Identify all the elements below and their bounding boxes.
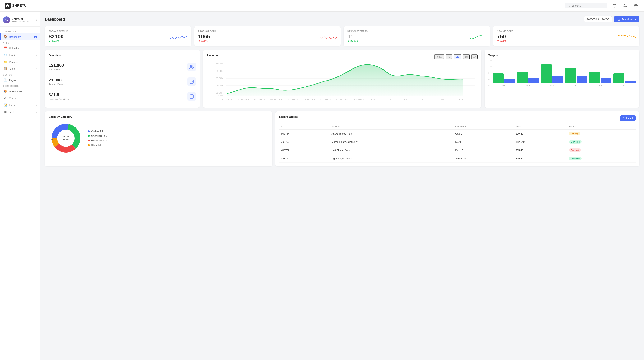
- svg-point-3: [636, 5, 636, 6]
- stat-revenue-bottom: $2100 ▲ 10.21%: [49, 34, 188, 42]
- ui-elements-icon: 🎨: [4, 90, 7, 93]
- globe-icon-btn[interactable]: [611, 2, 618, 9]
- bar-pair-jun: [613, 74, 636, 83]
- home-icon: 🏠: [4, 35, 7, 38]
- overview-visitors-label: Total Visitors: [49, 68, 64, 71]
- nav-section-label: NAVIGATION: [0, 29, 40, 33]
- download-label: Download: [622, 18, 633, 21]
- table-row: #98751 Lightweight Jacket Shreyu N $49.4…: [279, 154, 636, 162]
- legend-other: Other 17k: [88, 144, 108, 146]
- bar-apr-label: Apr: [575, 84, 578, 86]
- sidebar-item-tasks[interactable]: 📋 Tasks ›: [0, 65, 40, 72]
- sidebar-item-charts[interactable]: ⏱ Charts: [0, 95, 40, 102]
- time-btn-15d[interactable]: 15d: [454, 54, 461, 59]
- sidebar-item-dashboard-label: Dashboard: [9, 36, 32, 38]
- svg-point-0: [568, 5, 569, 6]
- tables-arrow-icon: ›: [36, 111, 37, 113]
- bar-jan-label: Jan: [502, 84, 506, 86]
- stat-revenue-change: ▲ 10.21%: [49, 40, 64, 42]
- time-filters: Today 7d 15d 1m 1y: [434, 54, 478, 59]
- svg-text:26.1%: 26.1%: [63, 138, 69, 140]
- sidebar-item-projects-label: Projects: [9, 60, 34, 64]
- tasks-icon: 📋: [4, 67, 7, 70]
- time-btn-1y[interactable]: 1y: [471, 54, 478, 59]
- user-section[interactable]: SN Shreyu N ADMINISTRATOR ▾: [0, 14, 40, 27]
- svg-text:20k: 20k: [216, 84, 224, 87]
- time-btn-7d[interactable]: 7d: [446, 54, 452, 59]
- download-button[interactable]: Download ▾: [614, 16, 640, 22]
- bar-mar-label: Mar: [550, 84, 554, 86]
- overview-views-label: Product Views: [49, 83, 63, 86]
- forms-arrow-icon: ›: [36, 104, 37, 106]
- search-box[interactable]: [565, 3, 607, 8]
- dashboard-badge: 1: [34, 36, 37, 38]
- export-button[interactable]: Export: [620, 116, 636, 121]
- date-range-picker[interactable]: 2020-05-03 to 2020-0: [584, 16, 612, 22]
- bar-mar-green: [541, 64, 552, 83]
- forms-icon: 📝: [4, 103, 7, 107]
- revenue-chart-container: 50k 40k 30k 20k 10k 0k 1 May 2 May 3 Ma: [206, 62, 478, 101]
- stat-customers-value: 11: [348, 34, 358, 40]
- stat-product-change: ▼ 5.05%: [198, 40, 210, 42]
- globe-icon: [612, 4, 616, 8]
- tables-icon: ⊞: [4, 110, 7, 114]
- revenue-header: Revenue Today 7d 15d 1m 1y: [206, 54, 478, 60]
- order-product: Marco Lightweight Shirt: [330, 138, 454, 146]
- sidebar-item-forms[interactable]: 📝 Forms ›: [0, 102, 40, 108]
- overview-item-views: 21,000 Product Views: [49, 74, 196, 89]
- svg-text:13 ...: 13 ...: [420, 98, 429, 100]
- stat-visitors-change: ▼ 5.05%: [497, 40, 506, 42]
- pages-icon: 📄: [4, 78, 7, 82]
- apps-section-label: APPS: [0, 40, 40, 45]
- sidebar-item-projects[interactable]: 📁 Projects ›: [0, 58, 40, 65]
- sidebar-item-tables[interactable]: ⊞ Tables ›: [0, 108, 40, 116]
- user-role: ADMINISTRATOR: [12, 20, 34, 22]
- sidebar-item-email-label: Email: [9, 54, 34, 56]
- export-icon: [623, 117, 625, 119]
- col-price: Price: [514, 124, 567, 130]
- legend-clothes: Clothes 44k: [88, 130, 108, 133]
- stat-product-value: 1065: [198, 34, 210, 40]
- status-badge-delivered-2: Delivered: [569, 156, 582, 160]
- sidebar-item-dashboard[interactable]: 🏠 Dashboard 1: [0, 33, 40, 40]
- time-btn-today[interactable]: Today: [434, 54, 444, 59]
- time-btn-1m[interactable]: 1m: [463, 54, 470, 59]
- svg-text:12 ...: 12 ...: [403, 98, 413, 100]
- col-id: #: [279, 124, 330, 130]
- svg-text:6 May: 6 May: [303, 98, 315, 100]
- shopping-icon: [189, 94, 194, 99]
- svg-text:14 ...: 14 ...: [439, 98, 448, 100]
- bar-jan-blue: [504, 79, 515, 83]
- order-status: Delivered: [567, 138, 636, 146]
- overview-title: Overview: [49, 54, 196, 57]
- sales-category-card: Sales By Category: [45, 111, 272, 166]
- order-price: $79.49: [514, 130, 567, 138]
- top-navigation: SHREYU: [0, 0, 644, 12]
- col-customer: Customer: [453, 124, 514, 130]
- sidebar-item-email[interactable]: ✉️ Email ›: [0, 52, 40, 58]
- sidebar-item-pages[interactable]: 📄 Pages ›: [0, 77, 40, 84]
- targets-card: Targets 160 120 80 40 0: [484, 50, 640, 108]
- stat-visitors-bottom: 750 ▼ 5.05%: [497, 34, 636, 42]
- sidebar-item-ui-elements[interactable]: 🎨 UI Elements ›: [0, 88, 40, 95]
- svg-text:11 ...: 11 ...: [386, 98, 396, 100]
- svg-text:15 ...: 15 ...: [458, 98, 468, 100]
- sidebar-item-calendar[interactable]: 📅 Calendar: [0, 45, 40, 52]
- recent-orders-title: Recent Orders: [279, 115, 298, 118]
- bell-icon-btn[interactable]: [622, 2, 629, 9]
- settings-icon-btn[interactable]: [632, 2, 640, 9]
- search-input[interactable]: [572, 4, 605, 7]
- svg-text:3 May: 3 May: [254, 98, 266, 100]
- svg-text:10k: 10k: [216, 92, 224, 94]
- bar-mar: Mar: [541, 64, 563, 86]
- sidebar: SN Shreyu N ADMINISTRATOR ▾ NAVIGATION 🏠…: [0, 12, 40, 360]
- order-customer: Mark P: [453, 138, 514, 146]
- stat-revenue-sparkline: [170, 34, 188, 42]
- bar-mar-blue: [552, 76, 563, 83]
- stat-product-bottom: 1065 ▼ 5.05%: [198, 34, 337, 42]
- bar-pair-feb: [517, 72, 539, 83]
- revenue-card: Revenue Today 7d 15d 1m 1y: [203, 50, 482, 108]
- email-icon: ✉️: [4, 53, 7, 57]
- bar-may-green: [589, 72, 600, 83]
- donut-container: 28.0% 26.1% 10.8% Clothes 44k Smartphons…: [49, 121, 268, 156]
